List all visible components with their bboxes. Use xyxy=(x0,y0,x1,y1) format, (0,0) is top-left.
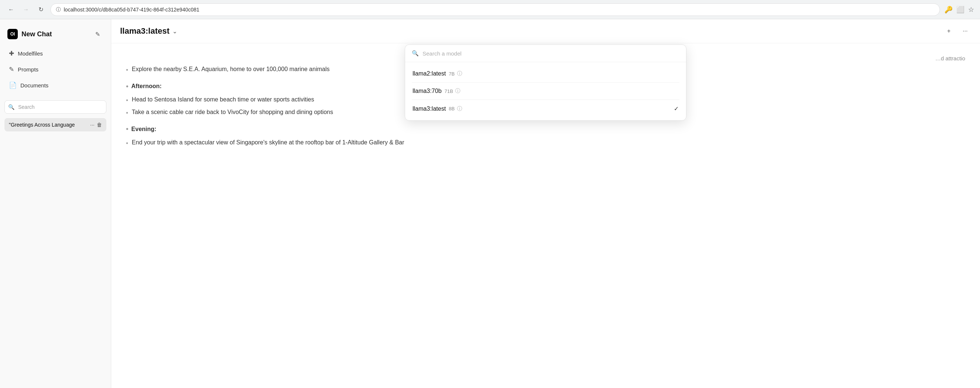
header-right-icons: + ··· xyxy=(943,25,971,37)
sidebar-logo: OI xyxy=(7,29,18,39)
chat-item-label: "Greetings Across Language xyxy=(9,122,83,128)
sidebar-title: New Chat xyxy=(22,30,52,38)
edit-icon: ✎ xyxy=(95,31,100,38)
logo-text: OI xyxy=(10,32,15,36)
documents-icon: 📄 xyxy=(9,81,17,89)
model-item-check-2: ✓ xyxy=(674,105,679,112)
model-item-name-0: llama2:latest xyxy=(412,70,446,77)
sidebar-item-documents[interactable]: 📄 Documents xyxy=(5,78,107,93)
list-item: End your trip with a spectacular view of… xyxy=(126,138,965,148)
edit-button[interactable]: ✎ xyxy=(92,28,103,40)
dropdown-search-icon: 🔍 xyxy=(412,50,419,57)
dropdown-search: 🔍 xyxy=(405,45,686,62)
chat-item-actions: ··· 🗑 xyxy=(90,122,102,128)
model-item-size-0: 7B xyxy=(449,71,455,77)
modelfiles-icon: ✚ xyxy=(9,50,14,57)
modelfiles-label: Modelfiles xyxy=(18,50,43,57)
main-content: llama3:latest ⌄ + ··· 🔍 llama2:latest 7B… xyxy=(111,19,980,388)
refresh-button[interactable]: ↻ xyxy=(36,5,46,15)
model-selector[interactable]: llama3:latest ⌄ xyxy=(120,26,177,36)
prompts-icon: ✎ xyxy=(9,65,14,73)
dropdown-item-llama3-70b[interactable]: llama3:70b 71B ⓘ xyxy=(405,82,686,100)
chat-header: llama3:latest ⌄ + ··· 🔍 llama2:latest 7B… xyxy=(111,19,980,43)
sidebar-search-container: 🔍 xyxy=(5,100,107,114)
chevron-down-icon: ⌄ xyxy=(172,28,177,35)
sidebar-item-modelfiles[interactable]: ✚ Modelfiles xyxy=(5,46,107,61)
search-icon: 🔍 xyxy=(8,104,14,110)
browser-bar: ← → ↻ ⓘ localhost:3000/c/db8ca05d-b747-4… xyxy=(0,0,980,19)
browser-right-icons: 🔑 ⬜ ☆ xyxy=(944,6,974,14)
search-input[interactable] xyxy=(5,100,107,114)
model-item-info-0: ⓘ xyxy=(457,70,462,77)
forward-button[interactable]: → xyxy=(21,5,31,15)
model-search-input[interactable] xyxy=(423,50,679,57)
add-button[interactable]: + xyxy=(943,25,955,37)
model-item-info-2: ⓘ xyxy=(457,106,462,112)
evening-heading: Evening: xyxy=(126,123,965,135)
model-item-size-2: 8B xyxy=(449,106,455,111)
model-item-size-1: 71B xyxy=(444,89,453,94)
model-dropdown: 🔍 llama2:latest 7B ⓘ llama3:70b 71B ⓘ xyxy=(405,44,686,121)
model-item-name-1: llama3:70b xyxy=(412,88,441,94)
model-item-name-2: llama3:latest xyxy=(412,106,446,112)
chat-list: "Greetings Across Language ··· 🗑 xyxy=(0,117,111,382)
dropdown-item-llama2-latest[interactable]: llama2:latest 7B ⓘ xyxy=(405,65,686,82)
app-container: OI New Chat ✎ ✚ Modelfiles ✎ Prompts 📄 D… xyxy=(0,19,980,388)
sidebar-item-prompts[interactable]: ✎ Prompts xyxy=(5,62,107,77)
dropdown-list: llama2:latest 7B ⓘ llama3:70b 71B ⓘ llam… xyxy=(405,62,686,120)
sidebar-logo-title: OI New Chat xyxy=(7,29,52,39)
bookmark-icon[interactable]: ☆ xyxy=(968,6,974,14)
dropdown-item-llama3-latest[interactable]: llama3:latest 8B ⓘ ✓ xyxy=(405,100,686,117)
model-item-info-1: ⓘ xyxy=(455,88,460,94)
chat-list-item[interactable]: "Greetings Across Language ··· 🗑 xyxy=(5,118,107,131)
url-text: localhost:3000/c/db8ca05d-b747-419c-864f… xyxy=(64,7,199,13)
sidebar-header: OI New Chat ✎ xyxy=(0,25,111,46)
address-bar[interactable]: ⓘ localhost:3000/c/db8ca05d-b747-419c-86… xyxy=(51,3,940,16)
more-options-button[interactable]: ··· xyxy=(959,25,971,37)
lock-icon: ⓘ xyxy=(56,6,61,13)
evening-list: End your trip with a spectacular view of… xyxy=(126,138,965,148)
sidebar: OI New Chat ✎ ✚ Modelfiles ✎ Prompts 📄 D… xyxy=(0,19,111,388)
documents-label: Documents xyxy=(21,82,49,89)
model-name: llama3:latest xyxy=(120,26,169,36)
password-icon[interactable]: 🔑 xyxy=(944,6,953,14)
chat-item-ellipsis[interactable]: ··· xyxy=(90,122,94,128)
chat-item-delete[interactable]: 🗑 xyxy=(97,122,102,128)
translate-icon[interactable]: ⬜ xyxy=(956,6,964,14)
back-button[interactable]: ← xyxy=(6,5,16,15)
search-wrapper: 🔍 xyxy=(5,100,107,114)
prompts-label: Prompts xyxy=(18,66,38,73)
sidebar-nav: ✚ Modelfiles ✎ Prompts 📄 Documents xyxy=(0,46,111,93)
